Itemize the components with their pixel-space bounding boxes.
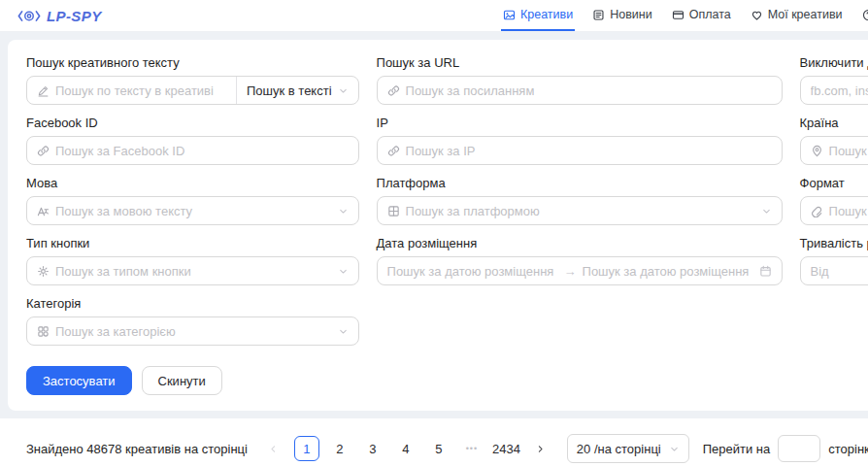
page-button-last[interactable]: 2434 xyxy=(492,436,520,461)
nav-label: Оплата xyxy=(689,8,731,21)
page-button-3[interactable]: 3 xyxy=(360,436,385,461)
link-icon xyxy=(387,84,400,97)
goto-suffix: сторінку xyxy=(828,442,868,456)
duration-from-input[interactable] xyxy=(811,264,868,279)
page: LP-SPY Креативи Новини Оплата Мої креати… xyxy=(0,0,868,466)
facebook-id-input-group xyxy=(26,136,359,165)
field-label: Дата розміщення xyxy=(377,236,783,250)
field-label: Тривалість реклами (дні) xyxy=(800,236,868,250)
creative-text-input[interactable] xyxy=(55,83,226,98)
chevron-right-icon xyxy=(535,444,546,454)
format-input[interactable] xyxy=(829,204,868,218)
nav-tab-my-creatives[interactable]: Мої креативи xyxy=(749,0,845,31)
exclude-domains-input-group xyxy=(800,76,868,105)
nav-tab-faq[interactable]: FAQ xyxy=(860,0,868,31)
heart-icon xyxy=(751,9,763,21)
field-label: Формат xyxy=(800,176,868,190)
filter-duration: Тривалість реклами (дні) xyxy=(800,236,868,285)
reset-button[interactable]: Скинути xyxy=(142,366,222,395)
link-icon xyxy=(387,145,400,157)
field-label: Тип кнопки xyxy=(26,236,359,250)
date-range-picker[interactable]: → xyxy=(377,256,783,285)
ip-input[interactable] xyxy=(406,144,772,158)
language-input[interactable] xyxy=(55,204,332,218)
url-input[interactable] xyxy=(406,83,772,98)
chevron-down-icon xyxy=(338,206,349,216)
field-label: Країна xyxy=(800,116,868,130)
platform-input[interactable] xyxy=(406,204,755,218)
facebook-id-input[interactable] xyxy=(55,144,349,158)
filter-placement-date: Дата розміщення → xyxy=(377,236,783,285)
filter-button-type: Тип кнопки xyxy=(26,236,359,285)
button-type-select[interactable] xyxy=(26,256,359,285)
button-type-input[interactable] xyxy=(55,264,332,279)
chevron-down-icon xyxy=(338,266,349,277)
arrow-right-icon: → xyxy=(564,264,577,279)
next-page-button[interactable] xyxy=(528,436,553,461)
filter-url: Пошук за URL xyxy=(377,55,783,105)
filter-category: Категорія xyxy=(26,296,359,346)
format-select[interactable] xyxy=(800,196,868,225)
filter-format: Формат xyxy=(800,176,868,225)
nav-tab-news[interactable]: Новини xyxy=(590,0,654,31)
results-section: Знайдено 48678 креативів на сторінці 1 2… xyxy=(0,418,868,466)
filter-exclude-domains: Виключити домени xyxy=(800,55,868,105)
nav-tab-payment[interactable]: Оплата xyxy=(670,0,733,31)
nav-tab-creatives[interactable]: Креативи xyxy=(501,0,575,31)
goto-prefix: Перейти на xyxy=(703,442,771,456)
creative-text-input-group: Пошук в тексті xyxy=(26,76,359,105)
filter-language: Мова xyxy=(26,176,359,225)
logo-eye-icon xyxy=(17,9,41,23)
platform-select[interactable] xyxy=(377,196,783,225)
chevron-down-icon xyxy=(669,444,680,454)
image-icon xyxy=(503,9,516,21)
field-label: Мова xyxy=(26,176,359,190)
gear-icon xyxy=(37,265,50,278)
question-icon xyxy=(862,9,868,21)
chevron-down-icon xyxy=(761,206,772,216)
translate-icon xyxy=(37,205,50,217)
prev-page-button[interactable] xyxy=(261,436,286,461)
filter-panel: Пошук креативного тексту Пошук в тексті … xyxy=(8,40,868,411)
results-summary: Знайдено 48678 креативів на сторінці xyxy=(26,442,248,456)
field-label: Категорія xyxy=(26,296,359,311)
language-select[interactable] xyxy=(26,196,359,225)
ip-input-group xyxy=(377,136,783,165)
platform-grid-icon xyxy=(387,205,400,217)
duration-from-group xyxy=(800,256,868,285)
filter-country: Країна xyxy=(800,116,868,165)
category-select[interactable] xyxy=(26,316,359,346)
pencil-icon xyxy=(37,84,50,97)
goto-page-input[interactable] xyxy=(778,435,820,462)
page-size-select[interactable]: 20 /на сторінці xyxy=(567,434,689,463)
date-to-input[interactable] xyxy=(583,264,753,279)
filter-facebook-id: Facebook ID xyxy=(26,116,359,165)
date-from-input[interactable] xyxy=(387,264,558,279)
exclude-domains-input[interactable] xyxy=(811,83,868,98)
pagination-ellipsis[interactable]: ••• xyxy=(459,436,484,461)
logo-text: LP-SPY xyxy=(47,8,102,24)
news-icon xyxy=(592,9,605,21)
link-icon xyxy=(37,145,50,157)
page-button-4[interactable]: 4 xyxy=(393,436,418,461)
goto-page: Перейти на сторінку xyxy=(703,435,868,462)
country-input[interactable] xyxy=(829,144,868,158)
chevron-down-icon xyxy=(338,326,349,337)
paperclip-icon xyxy=(811,205,823,217)
results-bar: Знайдено 48678 креативів на сторінці 1 2… xyxy=(0,434,868,463)
category-input[interactable] xyxy=(55,324,332,339)
search-mode-select[interactable]: Пошук в тексті xyxy=(236,77,349,104)
country-input-group xyxy=(800,136,868,165)
apply-button[interactable]: Застосувати xyxy=(26,366,132,395)
app-logo[interactable]: LP-SPY xyxy=(17,8,102,24)
page-button-1[interactable]: 1 xyxy=(294,436,319,461)
nav-label: Креативи xyxy=(520,8,573,21)
filter-platform: Платформа xyxy=(377,176,783,225)
field-label: IP xyxy=(377,116,783,130)
page-button-2[interactable]: 2 xyxy=(327,436,352,461)
field-label: Facebook ID xyxy=(26,116,359,130)
page-button-5[interactable]: 5 xyxy=(426,436,451,461)
category-grid-icon xyxy=(37,325,50,338)
filter-creative-text: Пошук креативного тексту Пошук в тексті xyxy=(26,55,359,105)
credit-card-icon xyxy=(672,9,684,21)
